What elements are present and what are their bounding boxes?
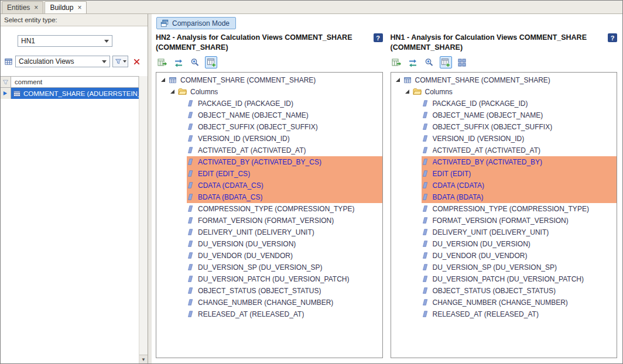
tree-item-label: CHANGE_NUMBER (CHANGE_NUMBER): [198, 298, 333, 307]
tab-entities[interactable]: Entities ×: [2, 1, 43, 13]
export-icon[interactable]: [391, 56, 403, 68]
tiles-icon[interactable]: [456, 56, 468, 68]
tree-column-item[interactable]: EDIT (EDIT): [391, 168, 617, 180]
tree-column-item[interactable]: DU_VERSION_PATCH (DU_VERSION_PATCH): [156, 273, 382, 285]
export-icon[interactable]: [156, 56, 168, 68]
tree-item-label: PACKAGE_ID (PACKAGE_ID): [433, 99, 528, 108]
tree-column-item[interactable]: RELEASED_AT (RELEASED_AT): [156, 308, 382, 320]
column-icon: [422, 298, 429, 306]
transfer-icon[interactable]: [172, 56, 184, 68]
close-icon[interactable]: ×: [34, 4, 38, 11]
expand-icon[interactable]: [405, 90, 409, 94]
filter-button[interactable]: [112, 56, 128, 67]
tree-column-item[interactable]: PACKAGE_ID (PACKAGE_ID): [391, 98, 617, 109]
tree-column-item[interactable]: ACTIVATED_AT (ACTIVATED_AT): [391, 145, 617, 156]
tree-item-label: OBJECT_STATUS (OBJECT_STATUS): [198, 287, 321, 295]
tree-column-item[interactable]: DU_VENDOR (DU_VENDOR): [156, 250, 382, 262]
column-icon: [187, 158, 194, 166]
entity-table: comment COMMENT_SH: [1, 76, 139, 99]
table-corner-cell[interactable]: [1, 77, 11, 87]
tree-item-label: ACTIVATED_AT (ACTIVATED_AT): [433, 146, 540, 154]
column-icon: [422, 217, 429, 224]
tree-column-item[interactable]: DELIVERY_UNIT (DELIVERY_UNIT): [156, 226, 382, 238]
sidebar-scrollbar[interactable]: ▼: [139, 76, 148, 363]
panel-hn2-toolbar: [156, 55, 383, 70]
tree-column-item[interactable]: DU_VENDOR (DU_VENDOR): [391, 250, 617, 262]
tree-column-item[interactable]: BDATA (BDATA_CS): [156, 191, 382, 203]
view-type-dropdown[interactable]: Calculation Views: [15, 56, 110, 67]
tree-column-item[interactable]: OBJECT_NAME (OBJECT_NAME): [391, 109, 617, 121]
tree-column-item[interactable]: COMPRESSION_TYPE (COMPRESSION_TYPE): [391, 203, 617, 215]
sidebar-content: HN1 Calculation Views: [1, 26, 148, 363]
main-area: Comparison Mode HN2 - Analysis for Calcu…: [152, 14, 622, 363]
transfer-icon[interactable]: [407, 56, 419, 68]
tree-item-label: DU_VERSION_PATCH (DU_VERSION_PATCH): [198, 275, 350, 283]
add-table-icon[interactable]: [205, 56, 217, 68]
folder-icon: [413, 87, 422, 96]
column-icon: [187, 146, 194, 154]
column-icon: [187, 181, 194, 189]
column-icon: [187, 111, 194, 119]
tree-column-item[interactable]: OBJECT_STATUS (OBJECT_STATUS): [391, 285, 617, 297]
tree-column-item[interactable]: VERSION_ID (VERSION_ID): [391, 133, 617, 145]
comparison-panels: HN2 - Analysis for Calculation Views COM…: [152, 32, 622, 363]
tree-column-item[interactable]: FORMAT_VERSION (FORMAT_VERSION): [391, 215, 617, 226]
tree-column-item[interactable]: OBJECT_NAME (OBJECT_NAME): [156, 109, 382, 121]
tab-buildup[interactable]: Buildup ×: [44, 1, 87, 13]
tree-column-item[interactable]: BDATA (BDATA): [391, 191, 617, 203]
zoom-in-icon[interactable]: [189, 56, 201, 68]
close-icon[interactable]: ×: [77, 4, 81, 11]
tree-column-item[interactable]: CDATA (CDATA_CS): [156, 180, 382, 191]
tree-column-item[interactable]: CHANGE_NUMBER (CHANGE_NUMBER): [156, 297, 382, 308]
column-icon: [422, 123, 429, 131]
sidebar: Select entity type: HN1 Calculation View…: [1, 14, 148, 363]
help-icon[interactable]: ?: [608, 33, 617, 42]
tree-column-item[interactable]: OBJECT_STATUS (OBJECT_STATUS): [156, 285, 382, 297]
entity-row-selected[interactable]: COMMENT_SHARE (ADUERRSTEIN_T: [11, 88, 139, 99]
expand-icon[interactable]: [161, 78, 165, 82]
tree-column-item[interactable]: DU_VERSION_SP (DU_VERSION_SP): [156, 262, 382, 273]
zoom-in-icon[interactable]: [423, 56, 436, 68]
tree-folder-row[interactable]: Columns: [391, 86, 617, 98]
expand-icon[interactable]: [396, 78, 400, 82]
tree-column-item[interactable]: EDIT (EDIT_CS): [156, 168, 382, 180]
tree-column-item[interactable]: ACTIVATED_AT (ACTIVATED_AT): [156, 145, 382, 156]
tree-items-hn1: PACKAGE_ID (PACKAGE_ID) OBJECT_NAME (OBJ…: [391, 98, 617, 320]
tree-column-item[interactable]: FORMAT_VERSION (FORMAT_VERSION): [156, 215, 382, 226]
tree-column-item[interactable]: ACTIVATED_BY (ACTIVATED_BY_CS): [156, 156, 382, 168]
tree-column-item[interactable]: COMPRESSION_TYPE (COMPRESSION_TYPE): [156, 203, 382, 215]
chevron-down-icon: [123, 60, 126, 63]
tree-column-item[interactable]: RELEASED_AT (RELEASED_AT): [391, 308, 617, 320]
tree-root-row[interactable]: COMMENT_SHARE (COMMENT_SHARE): [156, 74, 382, 86]
tree-column-item[interactable]: VERSION_ID (VERSION_ID): [156, 133, 382, 145]
tree-column-item[interactable]: PACKAGE_ID (PACKAGE_ID): [156, 98, 382, 109]
comment-column-header[interactable]: comment: [11, 77, 139, 87]
tree-item-label: CDATA (CDATA_CS): [198, 181, 263, 190]
tree-items-hn2: PACKAGE_ID (PACKAGE_ID) OBJECT_NAME (OBJ…: [156, 98, 382, 320]
tree-column-item[interactable]: DELIVERY_UNIT (DELIVERY_UNIT): [391, 226, 617, 238]
tree-column-item[interactable]: CDATA (CDATA): [391, 180, 617, 191]
tree-column-item[interactable]: DU_VERSION_PATCH (DU_VERSION_PATCH): [391, 273, 617, 285]
help-icon[interactable]: ?: [374, 33, 383, 42]
tree-column-item[interactable]: DU_VERSION (DU_VERSION): [156, 238, 382, 250]
tree-column-item[interactable]: OBJECT_SUFFIX (OBJECT_SUFFIX): [391, 121, 617, 133]
add-table-icon[interactable]: [440, 56, 452, 68]
tree-column-item[interactable]: DU_VERSION (DU_VERSION): [391, 238, 617, 250]
column-icon: [187, 135, 194, 142]
tree-column-item[interactable]: DU_VERSION_SP (DU_VERSION_SP): [391, 262, 617, 273]
tree-column-item[interactable]: ACTIVATED_BY (ACTIVATED_BY): [391, 156, 617, 168]
column-icon: [422, 181, 429, 189]
tree-column-item[interactable]: CHANGE_NUMBER (CHANGE_NUMBER): [391, 297, 617, 308]
tree-hn2: COMMENT_SHARE (COMMENT_SHARE) Columns: [156, 72, 383, 358]
comparison-mode-button[interactable]: Comparison Mode: [156, 17, 236, 29]
tree-folder-row[interactable]: Columns: [156, 86, 382, 98]
tree-column-item[interactable]: OBJECT_SUFFIX (OBJECT_SUFFIX): [156, 121, 382, 133]
clear-filter-button[interactable]: [131, 56, 142, 67]
tree-root-row[interactable]: COMMENT_SHARE (COMMENT_SHARE): [391, 74, 617, 86]
expand-icon[interactable]: [170, 90, 174, 94]
tree-item-label: DELIVERY_UNIT (DELIVERY_UNIT): [198, 228, 314, 236]
tree-hn1: COMMENT_SHARE (COMMENT_SHARE) Columns: [391, 72, 618, 358]
entity-type-dropdown[interactable]: HN1: [18, 35, 112, 47]
entity-row[interactable]: COMMENT_SHARE (ADUERRSTEIN_T: [1, 88, 139, 99]
scroll-down-icon[interactable]: ▼: [139, 355, 148, 363]
